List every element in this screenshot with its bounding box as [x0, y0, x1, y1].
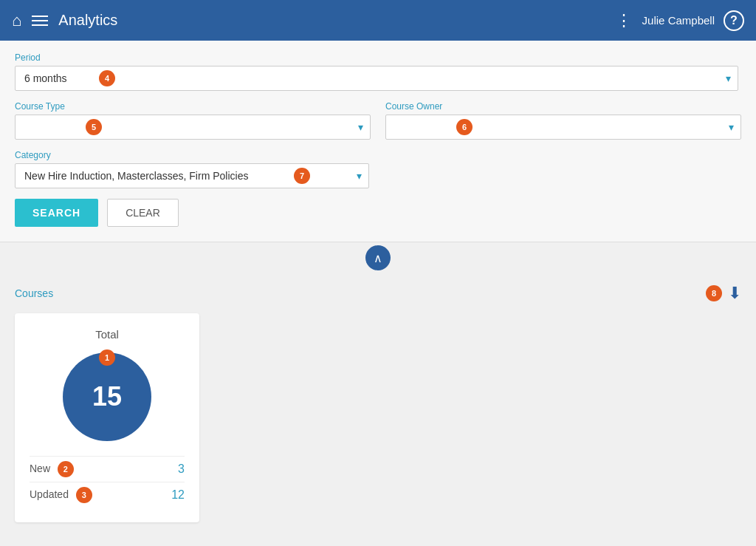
header-left: ⌂ Analytics — [12, 11, 117, 30]
period-value-row: 6 months — [15, 66, 738, 91]
hamburger-menu-icon[interactable] — [32, 16, 48, 26]
new-value: 3 — [178, 463, 185, 476]
home-icon[interactable]: ⌂ — [12, 11, 21, 30]
page-title: Analytics — [58, 12, 117, 29]
course-owner-select-wrapper: 6 ▾ — [385, 115, 741, 140]
period-label: Period — [15, 52, 741, 63]
clear-button[interactable]: CLEAR — [107, 199, 179, 227]
category-filter-row: Category New Hire Induction, Masterclass… — [15, 150, 741, 188]
donut-area: 1 15 — [30, 352, 185, 441]
filter-panel: Period 6 months 4 ▾ Course Type 5 ▾ Cour — [0, 41, 756, 242]
course-owner-select[interactable] — [385, 115, 741, 140]
results-header: Courses 8 ⬇ — [15, 284, 741, 303]
course-type-select-wrapper: 5 ▾ — [15, 115, 371, 140]
collapse-toggle-area: ∧ — [0, 242, 756, 273]
period-filter-row: Period 6 months 4 ▾ — [15, 52, 741, 91]
course-type-owner-row: Course Type 5 ▾ Course Owner 6 ▾ — [15, 101, 741, 140]
collapse-button[interactable]: ∧ — [365, 245, 391, 270]
total-badge: 1 — [99, 349, 115, 366]
download-icon[interactable]: ⬇ — [728, 284, 741, 303]
download-badge: 8 — [706, 285, 722, 301]
user-name: Julie Campbell — [642, 14, 715, 27]
total-circle: 1 15 — [63, 352, 151, 441]
course-type-filter: Course Type 5 ▾ — [15, 101, 371, 140]
updated-badge: 3 — [76, 487, 92, 503]
course-type-select[interactable] — [15, 115, 371, 140]
results-title: Courses — [15, 287, 53, 299]
updated-stat-row: Updated 3 12 — [30, 482, 185, 508]
updated-label: Updated 3 — [30, 487, 92, 503]
app-header: ⌂ Analytics ⋮ Julie Campbell ? — [0, 0, 756, 41]
period-select[interactable]: 6 months — [15, 66, 738, 91]
course-owner-label: Course Owner — [385, 101, 741, 112]
search-button[interactable]: SEARCH — [15, 199, 98, 227]
category-label: Category — [15, 150, 741, 160]
course-owner-filter: Course Owner 6 ▾ — [385, 101, 741, 140]
category-select[interactable]: New Hire Induction, Masterclasses, Firm … — [15, 163, 369, 188]
results-area: Courses 8 ⬇ Total 1 15 New 2 3 Updated 3 — [0, 273, 756, 533]
download-area: 8 ⬇ — [706, 284, 741, 303]
header-right: ⋮ Julie Campbell ? — [616, 10, 744, 31]
new-badge: 2 — [58, 461, 74, 477]
period-select-wrapper: 6 months 4 ▾ — [15, 66, 738, 91]
updated-value: 12 — [171, 488, 185, 502]
new-stat-row: New 2 3 — [30, 456, 185, 482]
card-title: Total — [30, 328, 185, 341]
help-icon[interactable]: ? — [724, 10, 744, 31]
courses-card: Total 1 15 New 2 3 Updated 3 12 — [15, 313, 199, 522]
dots-menu-icon[interactable]: ⋮ — [616, 11, 633, 30]
filter-buttons: SEARCH CLEAR — [15, 199, 741, 227]
category-select-wrapper: New Hire Induction, Masterclasses, Firm … — [15, 163, 369, 188]
course-type-label: Course Type — [15, 101, 371, 112]
new-label: New 2 — [30, 461, 74, 477]
total-value: 15 — [92, 381, 122, 412]
